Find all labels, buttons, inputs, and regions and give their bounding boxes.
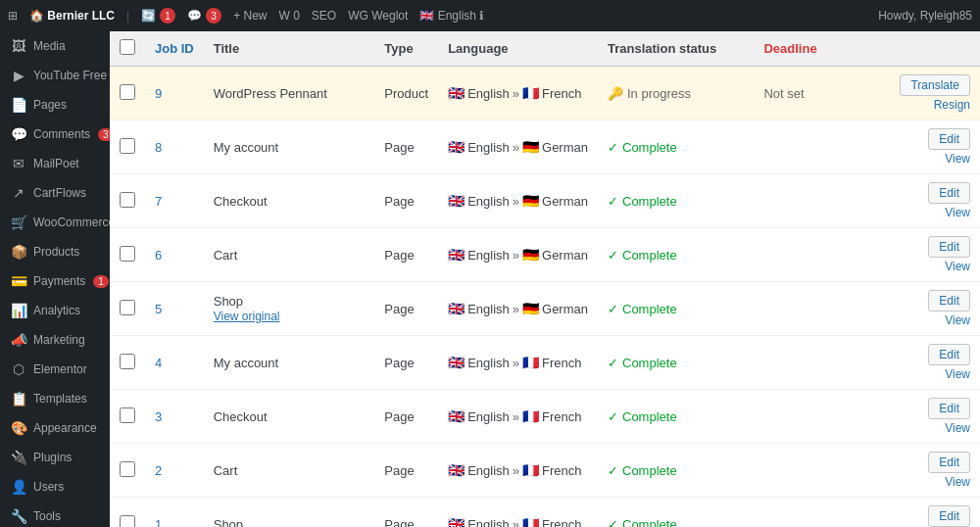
job-id-7: 7	[145, 174, 204, 228]
table-row: 1ShopPage🇬🇧 English » 🇫🇷 French✓ Complet…	[110, 498, 980, 528]
sidebar-item-tools[interactable]: 🔧Tools	[0, 502, 110, 527]
payments-icon: 💳	[10, 273, 27, 289]
deadline-3	[754, 390, 838, 444]
status-icon-9: 🔑	[608, 86, 623, 101]
link-view-4[interactable]: View	[945, 367, 970, 381]
actions-3: EditView	[839, 390, 980, 444]
topbar-lang-item[interactable]: 🇬🇧 English ℹ	[419, 9, 484, 23]
type-6: Page	[374, 228, 438, 282]
actions-6: EditView	[839, 228, 980, 282]
btn-edit-5[interactable]: Edit	[928, 290, 970, 311]
topbar-site-name[interactable]: 🏠 Bernier LLC	[29, 9, 115, 23]
link-view-2[interactable]: View	[945, 475, 970, 489]
row-checkbox-3[interactable]	[120, 407, 135, 423]
table-row: 3CheckoutPage🇬🇧 English » 🇫🇷 French✓ Com…	[110, 390, 980, 444]
actions-9: TranslateResign	[839, 67, 980, 120]
sidebar-item-templates[interactable]: 📋Templates	[0, 384, 110, 413]
title-2: Cart	[204, 444, 375, 498]
select-all-checkbox[interactable]	[120, 39, 135, 55]
link-view-5[interactable]: View	[945, 313, 970, 327]
sidebar-label-youtube-free: YouTube Free	[33, 69, 107, 82]
templates-icon: 📋	[10, 391, 27, 407]
comments-icon: 💬	[10, 126, 27, 142]
status-icon-5: ✓	[608, 302, 618, 316]
topbar-seo-item[interactable]: SEO	[312, 9, 336, 23]
topbar-comments-item[interactable]: 💬 3	[187, 8, 221, 24]
btn-edit-6[interactable]: Edit	[928, 236, 970, 258]
cartflows-icon: ↗	[10, 185, 27, 201]
row-checkbox-8[interactable]	[120, 138, 135, 154]
btn-edit-3[interactable]: Edit	[928, 398, 970, 419]
sidebar-label-users: Users	[33, 480, 64, 494]
language-4: 🇬🇧 English » 🇫🇷 French	[438, 336, 598, 390]
col-header-job-id[interactable]: Job ID	[145, 31, 204, 67]
topbar-weglot-item[interactable]: WG Weglot	[348, 9, 408, 23]
title-7: Checkout	[204, 174, 375, 228]
topbar-howdy: Howdy, Ryleigh85	[878, 9, 972, 23]
status-7: ✓ Complete	[598, 174, 754, 228]
row-checkbox-2[interactable]	[120, 461, 135, 477]
sidebar-item-pages[interactable]: 📄Pages	[0, 90, 110, 120]
link-view-8[interactable]: View	[945, 152, 970, 166]
pages-icon: 📄	[10, 97, 27, 113]
sidebar-item-media[interactable]: 🖼Media	[0, 31, 110, 61]
topbar-new-item[interactable]: + New	[233, 9, 267, 23]
btn-edit-7[interactable]: Edit	[928, 182, 970, 204]
sidebar-label-elementor: Elementor	[33, 362, 87, 376]
col-header-deadline[interactable]: Deadline	[754, 31, 838, 67]
sidebar-item-youtube-free[interactable]: ▶YouTube Free	[0, 61, 110, 90]
marketing-icon: 📣	[10, 332, 27, 348]
sidebar-item-payments[interactable]: 💳Payments1	[0, 266, 110, 296]
link-resign-9[interactable]: Resign	[934, 98, 970, 112]
elementor-icon: ⬡	[10, 361, 27, 377]
status-4: ✓ Complete	[598, 336, 754, 390]
topbar-updates-item[interactable]: 🔄 1	[141, 8, 175, 24]
language-5: 🇬🇧 English » 🇩🇪 German	[438, 282, 598, 336]
btn-translate-9[interactable]: Translate	[900, 74, 970, 96]
btn-edit-4[interactable]: Edit	[928, 344, 970, 365]
link-view-7[interactable]: View	[945, 206, 970, 219]
sidebar-item-marketing[interactable]: 📣Marketing	[0, 325, 110, 355]
sidebar-item-appearance[interactable]: 🎨Appearance	[0, 413, 110, 443]
sidebar-label-tools: Tools	[33, 509, 61, 523]
job-id-5: 5	[145, 282, 204, 336]
sidebar-badge-comments: 3	[98, 128, 110, 141]
row-checkbox-9[interactable]	[120, 84, 135, 100]
sidebar-item-plugins[interactable]: 🔌Plugins	[0, 443, 110, 472]
title-1: Shop	[204, 498, 375, 528]
topbar-woo-item[interactable]: W 0	[279, 9, 300, 23]
title-6: Cart	[204, 228, 375, 282]
sidebar-label-plugins: Plugins	[33, 451, 72, 464]
actions-7: EditView	[839, 174, 980, 228]
link-view-6[interactable]: View	[945, 260, 970, 273]
deadline-6	[754, 228, 838, 282]
btn-edit-8[interactable]: Edit	[928, 128, 970, 150]
sidebar-item-mailpoet[interactable]: ✉MailPoet	[0, 149, 110, 178]
row-checkbox-1[interactable]	[120, 515, 135, 528]
row-checkbox-4[interactable]	[120, 354, 135, 369]
sidebar-item-cartflows[interactable]: ↗CartFlows	[0, 178, 110, 208]
btn-edit-2[interactable]: Edit	[928, 452, 970, 473]
language-3: 🇬🇧 English » 🇫🇷 French	[438, 390, 598, 444]
sidebar-item-products[interactable]: 📦Products	[0, 237, 110, 266]
type-4: Page	[374, 336, 438, 390]
status-text-3: Complete	[622, 409, 677, 424]
row-checkbox-7[interactable]	[120, 192, 135, 208]
sidebar-label-mailpoet: MailPoet	[33, 157, 79, 170]
sidebar-item-analytics[interactable]: 📊Analytics	[0, 296, 110, 325]
sidebar-item-comments[interactable]: 💬Comments3	[0, 120, 110, 149]
btn-edit-1[interactable]: Edit	[928, 505, 970, 527]
analytics-icon: 📊	[10, 303, 27, 318]
sidebar-item-users[interactable]: 👤Users	[0, 472, 110, 502]
row-checkbox-5[interactable]	[120, 300, 135, 315]
link-view-3[interactable]: View	[945, 421, 970, 435]
row-checkbox-6[interactable]	[120, 246, 135, 262]
main-content: Job ID Title Type Language Translation s…	[110, 31, 980, 527]
sidebar-label-products: Products	[33, 245, 79, 259]
view-original-link-5[interactable]: View original	[214, 310, 280, 323]
wp-logo-icon[interactable]: ⊞	[8, 9, 18, 23]
products-icon: 📦	[10, 244, 27, 260]
type-7: Page	[374, 174, 438, 228]
sidebar-item-elementor[interactable]: ⬡Elementor	[0, 355, 110, 384]
sidebar-item-woocommerce[interactable]: 🛒WooCommerce	[0, 208, 110, 237]
